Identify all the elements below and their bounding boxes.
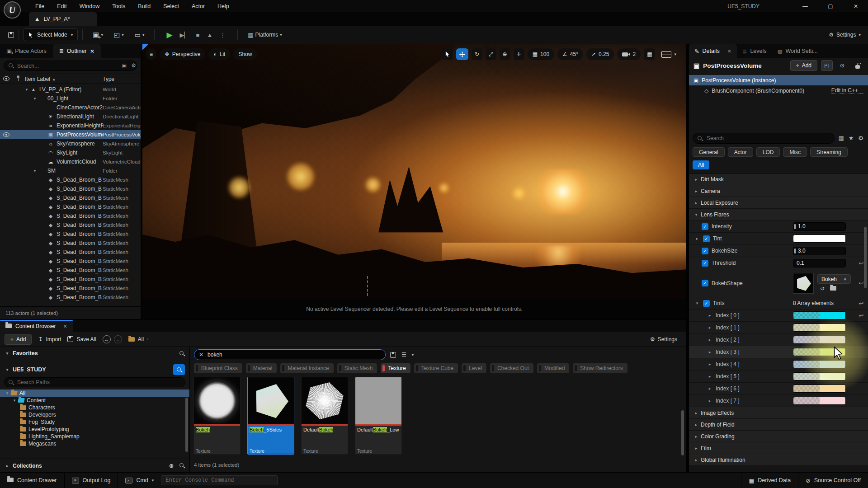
property-section-collapsed[interactable]: ▸ Camera (689, 185, 868, 197)
tab-levels[interactable]: ≣ Levels (737, 44, 772, 58)
tab-world-settings[interactable]: ◍ World Setti... (772, 44, 823, 58)
tint-array-element-row[interactable]: ▸Index [ 5 ] (689, 371, 868, 383)
category-filter-button[interactable]: General (693, 147, 725, 157)
tint-color-swatch[interactable] (793, 360, 846, 368)
checkbox[interactable]: ✓ (703, 300, 710, 307)
eject-button[interactable]: ▲ (207, 32, 212, 38)
filter-icon[interactable]: ☰ (401, 352, 406, 358)
property-section-collapsed[interactable]: ▸ Depth of Field (689, 419, 868, 431)
component-row-brush[interactable]: ◇ BrushComponent (BrushComponent0) Edit … (689, 85, 868, 96)
outliner-row[interactable]: ▾ SM Folder (0, 166, 141, 175)
menu-item[interactable]: Help (213, 1, 234, 11)
threshold-input[interactable]: 0.1 (793, 259, 846, 267)
menu-item[interactable]: Actor (187, 1, 209, 11)
display-options-icon[interactable]: ▦ (838, 135, 844, 141)
close-icon[interactable]: ✕ (63, 324, 67, 329)
tint-color-swatch[interactable] (793, 324, 846, 332)
folder-tree-row[interactable]: Fog_Study (0, 418, 189, 426)
tint-color-swatch[interactable] (793, 372, 846, 380)
outliner-row[interactable]: ExponentialHeightFog ExponentialHeightFo… (0, 121, 141, 130)
outliner-row[interactable]: S_Dead_Broom_B StaticMesh (0, 221, 141, 230)
all-filter-button[interactable]: All (693, 160, 709, 169)
category-filter-button[interactable]: Actor (728, 147, 753, 157)
filter-chip[interactable]: Blueprint Class (194, 363, 242, 373)
outliner-search-input[interactable]: Search... (4, 61, 137, 71)
eye-icon[interactable] (3, 132, 9, 137)
minimize-button[interactable]: — (798, 3, 812, 9)
expander-icon[interactable]: ▸ (707, 338, 712, 342)
play-button[interactable]: ▶ (166, 30, 172, 40)
menu-item[interactable]: Window (75, 1, 104, 11)
cb-add-button[interactable]: +Add (5, 334, 32, 345)
clear-search-icon[interactable]: ✕ (199, 352, 203, 358)
expander-icon[interactable]: ▸ (707, 399, 712, 403)
filter-chip[interactable]: Checked Out (490, 363, 533, 373)
checkbox[interactable]: ✓ (703, 235, 710, 242)
expander-icon[interactable]: ▾ (32, 96, 38, 101)
pin-column-icon[interactable] (16, 75, 20, 81)
outliner-row[interactable]: CineCameraActor2 CineCameraActor (0, 103, 141, 112)
folder-tree-row[interactable]: Characters (0, 404, 189, 411)
viewport-options-menu[interactable]: ≡ (146, 48, 156, 60)
level-viewport[interactable]: ≡ ❖Perspective ◐Lit Show ↻ ⤢ ⊕ ✛ ▦100 ∠4… (142, 44, 686, 319)
expander-icon[interactable]: ▸ (707, 313, 712, 318)
path-search-toggle-button[interactable] (173, 364, 185, 375)
chevron-down-icon[interactable]: ▾ (412, 352, 414, 357)
property-section-collapsed[interactable]: ▸ Image Effects (689, 407, 868, 419)
outliner-row[interactable]: S_Dead_Broom_B StaticMesh (0, 284, 141, 293)
blueprint-edit-button[interactable]: ◰ (821, 60, 833, 71)
lock-icon[interactable] (852, 60, 863, 71)
folder-tree-row[interactable]: LevelPrototyping (0, 426, 189, 433)
save-search-icon[interactable] (390, 352, 396, 358)
tint-color-swatch[interactable] (793, 385, 846, 393)
category-filter-button[interactable]: Streaming (810, 147, 848, 157)
play-options-kebab[interactable]: ⋮ (220, 32, 226, 38)
search-paths-input[interactable]: Search Paths (4, 377, 185, 387)
tint-array-element-row[interactable]: ▸Index [ 7 ] (689, 395, 868, 407)
platforms-dropdown[interactable]: ▦ Platforms ▾ (248, 32, 282, 38)
tab-place-actors[interactable]: ▣+ Place Actors (0, 44, 53, 58)
outliner-row[interactable]: DirectionalLight DirectionalLight (0, 112, 141, 121)
expander-icon[interactable]: ▸ (707, 374, 712, 379)
outliner-row[interactable]: SkyLight SkyLight (0, 148, 141, 157)
maximize-button[interactable]: ▢ (824, 3, 837, 9)
property-section-collapsed[interactable]: ▸ Global Illumination (689, 454, 868, 466)
select-mode-dropdown[interactable]: Select Mode ▾ (24, 28, 78, 41)
camera-speed-control[interactable]: 2 (617, 48, 641, 60)
breadcrumb[interactable]: All › (128, 336, 148, 343)
folder-tree-row[interactable]: ▾ Content (0, 397, 189, 404)
property-section-collapsed[interactable]: ▸ Dirt Mask (689, 174, 868, 185)
checkbox[interactable]: ✓ (702, 280, 708, 286)
filter-chip[interactable]: Material Instance (280, 363, 333, 373)
tint-array-element-row[interactable]: ▸Index [ 6 ] (689, 383, 868, 395)
asset-select-dropdown[interactable]: Bokeh▾ (817, 274, 851, 284)
tint-color-swatch[interactable] (793, 336, 846, 344)
cinematics-dropdown[interactable]: ▭▾ (135, 31, 145, 38)
expander-icon[interactable]: ▸ (707, 362, 712, 366)
column-item-label[interactable]: Item Label▴ (24, 76, 103, 82)
outliner-row[interactable]: S_Dead_Broom_B StaticMesh (0, 275, 141, 284)
expander-icon[interactable]: ▾ (5, 391, 10, 395)
menu-item[interactable]: Select (159, 1, 184, 11)
expander-icon[interactable]: ▾ (32, 169, 38, 173)
editor-settings-dropdown[interactable]: ⚙ Settings ▾ (829, 32, 868, 38)
move-tool-button[interactable] (456, 48, 468, 60)
folder-tree-row[interactable]: Lighting_Samplemap (0, 433, 189, 440)
outliner-row[interactable]: S_Dead_Broom_B StaticMesh (0, 175, 141, 184)
search-icon[interactable] (179, 351, 185, 357)
derived-data-button[interactable]: ▦ Derived Data (741, 473, 798, 488)
reset-to-default-icon[interactable]: ↩ (854, 312, 868, 319)
use-selected-asset-icon[interactable]: ↺ (820, 286, 825, 292)
collections-section[interactable]: ▸ Collections ⊕ (0, 459, 189, 472)
edit-in-cpp-link[interactable]: Edit in C++ (831, 87, 863, 94)
tint-array-element-row[interactable]: ▸Index [ 2 ] (689, 334, 868, 346)
add-collection-icon[interactable]: ⊕ (169, 463, 174, 469)
column-type[interactable]: Type (103, 76, 141, 82)
menu-item[interactable]: Edit (52, 1, 71, 11)
outliner-row[interactable]: PostProcessVolume PostProcessVolume (0, 130, 141, 139)
menu-item[interactable]: Tools (108, 1, 130, 11)
outliner-row[interactable]: ▾ LV_PP_A (Editor) World (0, 85, 141, 94)
filter-chip[interactable]: Static Mesh (337, 363, 377, 373)
view-mode-dropdown[interactable]: ◐Lit (208, 48, 230, 60)
rotate-tool-button[interactable]: ↻ (472, 48, 482, 60)
